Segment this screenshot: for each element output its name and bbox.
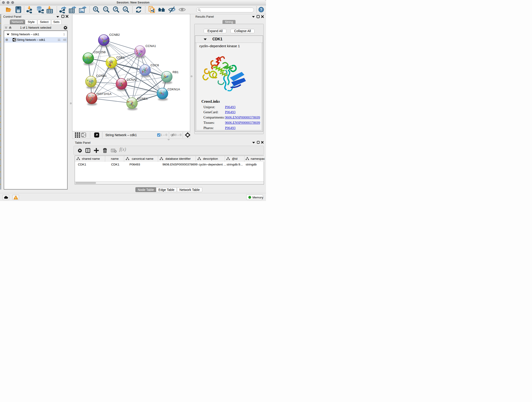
svg-text:CCNA1: CCNA1 <box>146 44 156 48</box>
svg-text:HIST1H1A: HIST1H1A <box>97 92 112 96</box>
svg-text:CCNB1: CCNB1 <box>96 74 107 77</box>
svg-text:RB1: RB1 <box>172 70 178 74</box>
svg-text:CCNE1: CCNE1 <box>137 97 148 100</box>
svg-text:CDC25B: CDC25B <box>94 51 106 54</box>
svg-text:?: ? <box>260 8 262 12</box>
svg-text:CDK1: CDK1 <box>116 56 125 59</box>
svg-text:CCNA2: CCNA2 <box>127 78 137 81</box>
svg-text:CDKN1A: CDKN1A <box>167 88 180 91</box>
svg-text:CCNB2: CCNB2 <box>109 33 120 36</box>
svg-text:CDC6: CDC6 <box>151 64 159 67</box>
